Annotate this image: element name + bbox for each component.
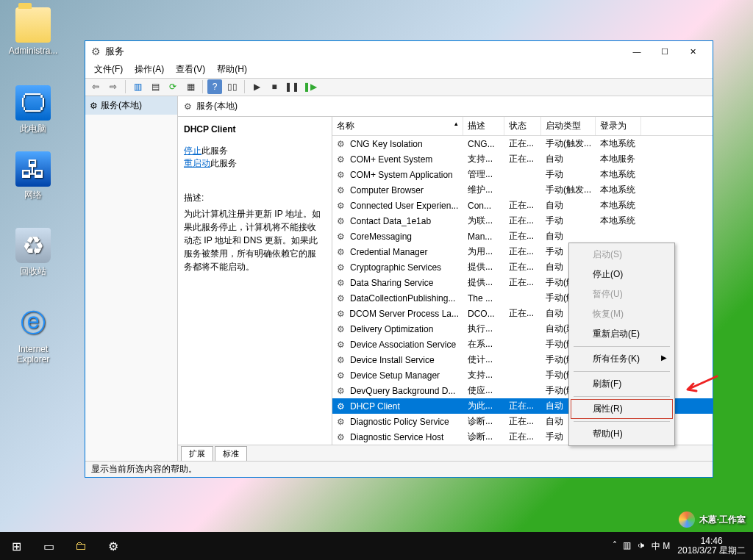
statusbar: 显示当前所选内容的帮助。 <box>85 462 713 477</box>
taskbar-file-explorer[interactable]: 🗀 <box>65 532 97 560</box>
task-view-button[interactable]: ▭ <box>32 532 65 560</box>
tabs: 扩展标准 <box>178 445 713 461</box>
list-header[interactable]: 名称 ▴描述状态启动类型登录为 <box>332 117 713 136</box>
tree-item-services-local[interactable]: ⚙ 服务(本地) <box>85 96 177 115</box>
menu-item[interactable]: 帮助(H) <box>213 62 251 77</box>
taskbar-settings[interactable]: ⚙ <box>97 532 129 560</box>
column-header[interactable]: 登录为 <box>596 117 641 135</box>
close-button[interactable]: ✕ <box>679 41 707 62</box>
desktop-icon-internet-explorer[interactable]: ⓔInternetExplorer <box>7 306 59 365</box>
context-menu-item[interactable]: 刷新(F) <box>571 374 673 394</box>
service-icon: ⚙ <box>337 340 347 350</box>
column-header[interactable]: 状态 <box>504 117 541 135</box>
column-header[interactable]: 启动类型 <box>541 117 596 135</box>
pane-header: ⚙ 服务(本地) <box>178 96 713 117</box>
menu-separator <box>574 346 670 347</box>
service-icon: ⚙ <box>337 309 346 319</box>
service-icon: ⚙ <box>337 247 347 257</box>
refresh-icon[interactable]: ⟳ <box>165 79 180 94</box>
service-icon: ⚙ <box>337 170 347 180</box>
tray-network-icon[interactable]: ▥ <box>623 540 631 553</box>
column-header[interactable]: 描述 <box>463 117 504 135</box>
date-text: 2018/3/27 星期二 <box>677 546 746 556</box>
separator <box>244 80 245 93</box>
separator <box>202 80 203 93</box>
ime-indicator[interactable]: 中 M <box>652 540 670 553</box>
table-row[interactable]: ⚙Connected User Experien...Con...正在...自动… <box>332 198 713 213</box>
tray-up-icon[interactable]: ˄ <box>613 540 617 553</box>
desktop-icon-network[interactable]: 🖧网络 <box>7 151 59 200</box>
menu-separator <box>574 396 670 397</box>
tab[interactable]: 标准 <box>215 446 247 461</box>
service-icon: ⚙ <box>337 154 347 165</box>
tray-volume-icon[interactable]: 🕩 <box>637 540 646 553</box>
service-icon: ⚙ <box>337 386 347 396</box>
column-header[interactable]: 名称 ▴ <box>332 117 463 135</box>
pane-title: 服务(本地) <box>196 100 238 112</box>
play-icon[interactable]: ▶ <box>249 79 264 94</box>
context-menu-item: 暂停(U) <box>571 284 673 304</box>
service-icon: ⚙ <box>337 216 347 226</box>
watermark-text: 木蒽·工作室 <box>699 514 746 526</box>
stop-link[interactable]: 停止 <box>184 146 201 156</box>
context-menu: 启动(S)停止(O)暂停(U)恢复(M)重新启动(E)所有任务(K)▶刷新(F)… <box>568 243 675 446</box>
start-button[interactable]: ⊞ <box>0 532 32 560</box>
maximize-button[interactable]: ☐ <box>651 41 679 62</box>
service-icon: ⚙ <box>337 201 347 211</box>
context-menu-item[interactable]: 停止(O) <box>571 265 673 284</box>
menu-separator <box>574 421 670 422</box>
table-row[interactable]: ⚙CNG Key IsolationCNG...正在...手动(触发...本地系… <box>332 136 713 151</box>
toolbar-btn[interactable]: ▯▯ <box>225 79 240 94</box>
service-icon: ⚙ <box>337 185 347 195</box>
context-menu-item[interactable]: 属性(R) <box>571 399 673 419</box>
service-icon: ⚙ <box>337 370 347 381</box>
stop-icon[interactable]: ■ <box>267 79 282 94</box>
help-icon[interactable]: ? <box>207 79 222 94</box>
annotation-arrow <box>682 373 718 398</box>
toolbar-btn[interactable]: ▤ <box>148 79 163 94</box>
tree-pane[interactable]: ⚙ 服务(本地) <box>85 96 178 461</box>
service-icon: ⚙ <box>337 324 347 334</box>
back-button[interactable]: ⇦ <box>88 79 103 94</box>
window-title: 服务 <box>105 45 623 58</box>
menu-item[interactable]: 操作(A) <box>130 62 168 77</box>
service-icon: ⚙ <box>337 401 347 412</box>
menu-item[interactable]: 文件(F) <box>90 62 127 77</box>
forward-button[interactable]: ⇨ <box>106 79 121 94</box>
clock[interactable]: 14:46 2018/3/27 星期二 <box>677 536 746 556</box>
menubar: 文件(F)操作(A)查看(V)帮助(H) <box>85 62 713 78</box>
table-row[interactable]: ⚙COM+ System Application管理...手动本地系统 <box>332 167 713 182</box>
pause-icon[interactable]: ❚❚ <box>285 79 299 94</box>
restart-link[interactable]: 重启动 <box>184 158 210 168</box>
service-icon: ⚙ <box>337 278 347 288</box>
menu-item[interactable]: 查看(V) <box>171 62 210 77</box>
service-icon: ⚙ <box>337 139 347 149</box>
export-icon[interactable]: ▦ <box>183 79 198 94</box>
desktop-icon-this-pc[interactable]: 🖵此电脑 <box>7 85 59 134</box>
submenu-arrow-icon: ▶ <box>661 353 667 362</box>
desktop-icon-admin[interactable]: Administra... <box>7 7 59 56</box>
tab[interactable]: 扩展 <box>181 446 213 461</box>
gear-icon: ⚙ <box>91 46 101 57</box>
context-menu-item[interactable]: 所有任务(K)▶ <box>571 349 673 369</box>
titlebar: ⚙ 服务 — ☐ ✕ <box>85 41 713 62</box>
context-menu-item: 启动(S) <box>571 245 673 265</box>
toolbar-btn[interactable]: ▥ <box>130 79 145 94</box>
context-menu-item[interactable]: 帮助(H) <box>571 424 673 444</box>
tray-icons[interactable]: ˄ ▥ 🕩 中 M <box>613 540 670 553</box>
watermark: 木蒽·工作室 <box>679 511 746 528</box>
service-icon: ⚙ <box>337 355 347 365</box>
minimize-button[interactable]: — <box>623 41 651 62</box>
gear-icon: ⚙ <box>184 101 192 112</box>
table-row[interactable]: ⚙Contact Data_1e1ab为联...正在...手动本地系统 <box>332 213 713 229</box>
desktop-icon-recycle-bin[interactable]: ♻回收站 <box>7 228 59 276</box>
service-icon: ⚙ <box>337 293 347 304</box>
restart-icon[interactable]: ❚▶ <box>302 79 317 94</box>
context-menu-item[interactable]: 重新启动(E) <box>571 324 673 344</box>
detail-panel: DHCP Client 停止此服务 重启动此服务 描述: 为此计算机注册并更新 … <box>178 117 332 445</box>
table-row[interactable]: ⚙COM+ Event System支持...正在...自动本地服务 <box>332 151 713 167</box>
gear-icon: ⚙ <box>90 101 98 111</box>
service-actions: 停止此服务 重启动此服务 <box>184 145 324 170</box>
table-row[interactable]: ⚙CoreMessagingMan...正在...自动 <box>332 229 713 244</box>
table-row[interactable]: ⚙Computer Browser维护...手动(触发...本地系统 <box>332 182 713 198</box>
